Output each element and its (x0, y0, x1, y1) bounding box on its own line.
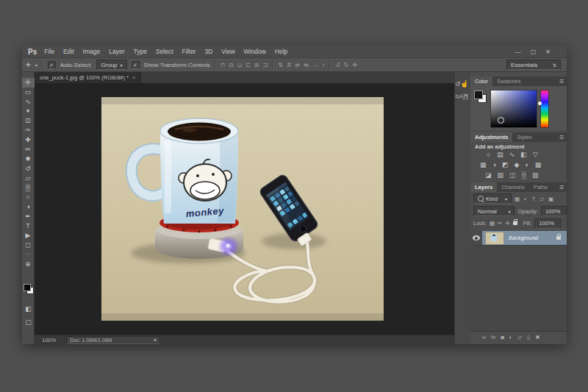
menu-view[interactable]: View (217, 48, 239, 55)
gradient-map-icon[interactable]: ▒ (522, 171, 526, 179)
pen-tool[interactable]: ✒ (22, 212, 35, 221)
exposure-icon[interactable]: ◧ (520, 151, 527, 158)
arrange-documents-icon[interactable]: ✜ (352, 62, 357, 68)
auto-select-checkbox[interactable]: ✓ (48, 61, 56, 69)
eyedropper-tool[interactable]: ✑ (22, 126, 35, 135)
panel-menu-icon[interactable]: ☰ (559, 182, 564, 192)
invert-icon[interactable]: ◪ (485, 171, 492, 179)
distribute-left-edges-icon[interactable]: ⇆ (304, 62, 309, 68)
panel-menu-icon[interactable]: ☰ (559, 76, 564, 86)
path-selection-tool[interactable]: ▶ (22, 231, 35, 240)
menu-layer[interactable]: Layer (104, 48, 129, 55)
opacity-dropdown[interactable]: 100% (541, 206, 567, 216)
adjustment-layer-filter-icon[interactable]: ◐ (524, 196, 528, 202)
foreground-color-swatch[interactable] (24, 284, 31, 291)
document-info-box[interactable]: Doc: 1.06M/1.06M ▸ (66, 336, 160, 344)
hue-saturation-icon[interactable]: ▦ (480, 161, 487, 168)
black-white-icon[interactable]: ◩ (502, 161, 509, 168)
crop-tool[interactable]: ⊡ (22, 116, 35, 126)
spot-healing-brush-tool[interactable]: ✚ (22, 135, 35, 145)
canvas-area[interactable]: monkey (35, 83, 454, 335)
blend-mode-dropdown[interactable]: Normal ▾ (473, 206, 514, 216)
history-panel-icon[interactable]: ↺ (455, 80, 461, 88)
gradient-tool[interactable]: ▒ (22, 183, 35, 193)
rectangular-marquee-tool[interactable]: ▭ (22, 88, 35, 97)
dodge-tool[interactable]: ◑ (22, 202, 35, 212)
menu-type[interactable]: Type (129, 48, 151, 55)
curves-icon[interactable]: ∿ (509, 151, 515, 158)
align-right-edges-icon[interactable]: ⊐ (262, 62, 268, 68)
hand-tool[interactable]: ☜ (22, 250, 35, 260)
distribute-horizontal-centers-icon[interactable]: ↔ (312, 62, 318, 68)
lock-image-icon[interactable]: ✏ (498, 220, 502, 227)
color-picker-cursor[interactable] (498, 117, 504, 124)
distribute-vertical-centers-icon[interactable]: ⇵ (287, 62, 292, 68)
tab-color[interactable]: Color (470, 76, 492, 86)
pixel-layer-filter-icon[interactable]: ▦ (514, 196, 520, 202)
layer-row-background[interactable]: Background (470, 231, 567, 245)
align-left-edges-icon[interactable]: ⊏ (245, 62, 251, 68)
layer-styles-icon[interactable]: fx (491, 334, 495, 341)
lock-all-icon[interactable] (513, 221, 517, 225)
panel-menu-icon[interactable]: ☰ (559, 132, 564, 142)
type-layer-filter-icon[interactable]: T (532, 196, 536, 202)
restore-button[interactable]: ▢ (531, 49, 537, 55)
history-brush-tool[interactable]: ↺ (22, 164, 35, 174)
tab-swatches[interactable]: Swatches (492, 76, 526, 86)
saturation-brightness-picker[interactable] (490, 90, 537, 128)
vibrance-icon[interactable]: ▽ (533, 151, 538, 158)
menu-edit[interactable]: Edit (59, 48, 79, 55)
character-panel-icon[interactable]: A| (459, 93, 465, 100)
menu-window[interactable]: Window (240, 48, 270, 55)
new-layer-icon[interactable]: ▯ (527, 334, 530, 341)
levels-icon[interactable]: ▤ (497, 151, 503, 158)
layer-filter-kind-dropdown[interactable]: Kind ▾ (473, 193, 512, 204)
zoom-level[interactable]: 100% (42, 337, 56, 343)
add-layer-mask-icon[interactable]: ◙ (501, 334, 504, 341)
tab-close-icon[interactable]: × (132, 74, 135, 81)
move-tool[interactable]: ✛ (22, 78, 35, 88)
status-arrow-icon[interactable]: ▸ (154, 337, 157, 343)
clone-stamp-tool[interactable]: ✹ (22, 154, 35, 164)
workspace-switcher-dropdown[interactable]: Essentials ⇅ (506, 60, 561, 70)
color-foreground-swatch[interactable] (474, 90, 483, 99)
quick-mask-mode-button[interactable]: ◧ (22, 304, 35, 314)
color-lookup-icon[interactable]: ▩ (535, 161, 542, 168)
distribute-top-edges-icon[interactable]: ⇅ (278, 62, 283, 68)
lasso-tool[interactable]: ∿ (22, 97, 35, 107)
brush-tool[interactable]: ✏ (22, 145, 35, 154)
fill-dropdown[interactable]: 100% (534, 218, 561, 229)
layers-list-empty-area[interactable] (470, 245, 567, 332)
screen-mode-button[interactable]: ▢ (22, 318, 35, 327)
shape-layer-filter-icon[interactable]: ▱ (539, 196, 544, 202)
menu-3d[interactable]: 3D (200, 48, 217, 55)
menu-filter[interactable]: Filter (178, 48, 201, 55)
new-adjustment-layer-icon[interactable]: ◐ (509, 334, 513, 341)
paragraph-panel-icon[interactable]: ¶ (465, 93, 469, 100)
menu-select[interactable]: Select (151, 48, 178, 55)
distribute-bottom-edges-icon[interactable]: ⇄ (295, 62, 301, 68)
tab-styles[interactable]: Styles (512, 132, 536, 142)
blur-tool[interactable]: ○ (22, 193, 35, 202)
link-layers-icon[interactable]: ∞ (482, 334, 486, 341)
align-vertical-centers-icon[interactable]: ⊟ (229, 62, 234, 68)
layer-visibility-cell[interactable] (470, 235, 482, 240)
rectangle-tool[interactable]: ◻ (22, 240, 35, 250)
tab-layers[interactable]: Layers (470, 182, 497, 192)
minimize-button[interactable]: — (515, 49, 521, 55)
foreground-background-swatches[interactable] (24, 284, 34, 294)
hue-slider-marker[interactable] (538, 101, 542, 105)
auto-select-mode-dropdown[interactable]: Group ▾ (96, 60, 126, 70)
rotate-view-icon[interactable]: ↻ (344, 62, 349, 68)
brightness-contrast-icon[interactable]: ☼ (485, 151, 491, 158)
layer-row-selected[interactable]: Background (482, 231, 567, 245)
align-horizontal-centers-icon[interactable]: ⊞ (254, 62, 259, 68)
eraser-tool[interactable]: ▱ (22, 174, 35, 183)
selective-color-icon[interactable]: ▧ (532, 171, 539, 179)
auto-align-layers-icon[interactable]: ↺ (335, 62, 340, 68)
lock-position-icon[interactable]: ✛ (505, 220, 509, 227)
tab-adjustments[interactable]: Adjustments (470, 132, 512, 142)
properties-panel-icon[interactable]: ☝ (461, 80, 469, 88)
close-button[interactable]: ✕ (545, 49, 551, 55)
layer-thumbnail[interactable] (485, 232, 504, 245)
